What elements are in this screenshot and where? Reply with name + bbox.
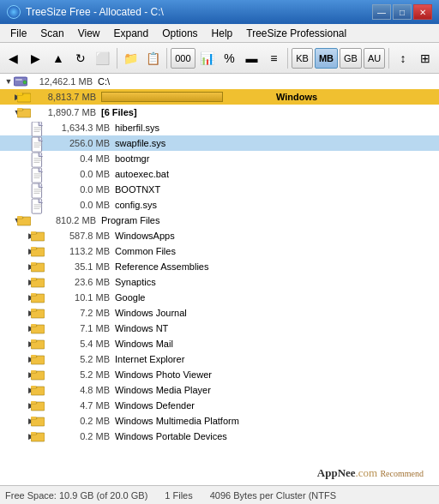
- menu-expand[interactable]: Expand: [107, 26, 156, 40]
- svg-rect-35: [17, 216, 22, 219]
- expand-icon[interactable]: ▶: [0, 90, 17, 104]
- percent-button[interactable]: %: [220, 46, 240, 70]
- expand-icon[interactable]: ▼: [0, 75, 14, 88]
- tree-row[interactable]: ▶ 113.2 MBCommon Files: [0, 243, 439, 259]
- unit-auto-button[interactable]: AU: [364, 48, 385, 69]
- tree-row[interactable]: ▶ 4.8 MBWindows Media Player: [0, 382, 439, 398]
- window-title: TreeSize Free - Allocated - C:\: [26, 6, 164, 18]
- unit-gb-button[interactable]: GB: [340, 48, 362, 69]
- expand-icon[interactable]: ▶: [0, 275, 31, 289]
- stop-button[interactable]: ⬜: [93, 46, 113, 70]
- tree-row[interactable]: ▶ 35.1 MBReference Assemblies: [0, 259, 439, 274]
- maximize-button[interactable]: □: [393, 4, 412, 20]
- sort-asc-button[interactable]: ↕: [393, 46, 413, 70]
- tree-row[interactable]: 0.4 MBbootmgr: [0, 151, 439, 166]
- menu-help[interactable]: Help: [205, 26, 240, 40]
- window-controls: — □ ✕: [372, 4, 432, 20]
- size-label: 0.0 MB: [46, 184, 115, 195]
- size-label: 0.0 MB: [46, 200, 115, 210]
- expand-icon[interactable]: ▼: [0, 213, 17, 227]
- folder-icon: [31, 307, 45, 319]
- tree-row[interactable]: ▶ 7.2 MBWindows Journal: [0, 305, 439, 321]
- tree-row[interactable]: ▼ 810.2 MBProgram Files: [0, 213, 439, 228]
- unit-mb-button[interactable]: MB: [315, 48, 338, 69]
- folder-icon: [31, 430, 45, 442]
- expand-icon[interactable]: ▶: [0, 229, 31, 243]
- unit-kb-button[interactable]: KB: [292, 48, 313, 69]
- expand-icon[interactable]: ▶: [0, 368, 31, 381]
- tree-row[interactable]: 0.0 MBautoexec.bat: [0, 166, 439, 182]
- mode-000-button[interactable]: 000: [171, 48, 195, 69]
- menu-view[interactable]: View: [71, 26, 107, 40]
- tree-row[interactable]: ▶ 0.2 MBWindows Portable Devices: [0, 429, 439, 444]
- chart-button[interactable]: 📊: [197, 46, 218, 70]
- expand-icon[interactable]: ▶: [0, 321, 31, 335]
- expand-icon: [0, 198, 31, 212]
- expand-icon[interactable]: ▶: [0, 244, 31, 258]
- item-name: Windows Multimedia Platform: [115, 416, 436, 426]
- tree-row[interactable]: ▶ 5.2 MBWindows Photo Viewer: [0, 367, 439, 382]
- expand-icon[interactable]: ▶: [0, 352, 31, 366]
- expand-icon[interactable]: ▶: [0, 383, 31, 397]
- size-label: 113.2 MB: [46, 246, 115, 256]
- menu-file[interactable]: File: [3, 26, 33, 40]
- refresh-button[interactable]: ↻: [70, 46, 91, 70]
- open-folder-button[interactable]: 📁: [121, 46, 141, 70]
- tree-row[interactable]: ▶ 4.7 MBWindows Defender: [0, 398, 439, 413]
- tree-row[interactable]: ▼ 12,462.1 MBC:\: [0, 74, 439, 89]
- tree-row[interactable]: ▶ 0.2 MBWindows Multimedia Platform: [0, 413, 439, 429]
- tree-row[interactable]: ▶ 8,813.7 MBWindows: [0, 89, 439, 105]
- tree-row[interactable]: ▶ 587.8 MBWindowsApps: [0, 228, 439, 243]
- tree-row[interactable]: 1,634.3 MBhiberfil.sys: [0, 120, 439, 135]
- tree-row[interactable]: ▶ 5.2 MBInternet Explorer: [0, 351, 439, 367]
- size-label: 0.4 MB: [46, 153, 115, 164]
- tree-row[interactable]: ▶ 5.4 MBWindows Mail: [0, 336, 439, 351]
- minimize-button[interactable]: —: [372, 4, 391, 20]
- menu-scan[interactable]: Scan: [33, 26, 70, 40]
- tree-view[interactable]: ▼ 12,462.1 MBC:\▶ 8,813.7 MBWindows▼ 1,8…: [0, 74, 439, 485]
- tree-row[interactable]: ▼ 1,890.7 MB[6 Files]: [0, 105, 439, 120]
- expand-icon[interactable]: ▶: [0, 399, 31, 412]
- item-name: C:\: [98, 76, 436, 87]
- menu-treesize-pro[interactable]: TreeSize Professional: [239, 26, 353, 40]
- file-icon: [31, 199, 45, 211]
- folder-icon: [31, 369, 45, 381]
- title-bar: TreeSize Free - Allocated - C:\ — □ ✕: [0, 0, 439, 24]
- tree-row[interactable]: ▶ 7.1 MBWindows NT: [0, 321, 439, 336]
- bar-button[interactable]: ▬: [241, 46, 262, 70]
- expand-icon[interactable]: ▶: [0, 306, 31, 320]
- folder-icon: [31, 384, 45, 396]
- tree-row[interactable]: 256.0 MBswapfile.sys: [0, 135, 439, 151]
- up-button[interactable]: ▲: [48, 46, 69, 70]
- toolbar: ◀ ▶ ▲ ↻ ⬜ 📁 📋 000 📊 % ▬ ≡ KB MB GB AU ↕ …: [0, 43, 439, 74]
- folder-icon: [31, 276, 45, 288]
- size-label: 23.6 MB: [46, 277, 115, 287]
- expand-icon[interactable]: ▶: [0, 414, 31, 428]
- status-bar: Free Space: 10.9 GB (of 20.0 GB) 1 Files…: [0, 485, 439, 504]
- size-label: 35.1 MB: [46, 261, 115, 272]
- tree-row[interactable]: ▶ 10.1 MBGoogle: [0, 290, 439, 305]
- svg-rect-50: [31, 293, 36, 296]
- close-button[interactable]: ✕: [413, 4, 432, 20]
- expand-icon[interactable]: ▶: [0, 337, 31, 351]
- expand-icon[interactable]: ▶: [0, 291, 31, 304]
- file-icon: [31, 168, 45, 180]
- expand-icon[interactable]: ▼: [0, 105, 17, 119]
- expand-icon[interactable]: ▶: [0, 429, 31, 443]
- back-button[interactable]: ◀: [3, 46, 24, 70]
- item-name: Windows: [276, 92, 436, 102]
- item-name: Internet Explorer: [115, 354, 436, 364]
- expand-icon[interactable]: ▶: [0, 260, 31, 273]
- sort-button[interactable]: ≡: [263, 46, 284, 70]
- files-count-label: 1 Files: [165, 490, 192, 501]
- menu-options[interactable]: Options: [155, 26, 204, 40]
- file-icon: [31, 122, 45, 134]
- tree-row[interactable]: 0.0 MBBOOTNXT: [0, 182, 439, 197]
- tree-row[interactable]: 0.0 MBconfig.sys: [0, 197, 439, 213]
- copy-button[interactable]: 📋: [142, 46, 163, 70]
- forward-button[interactable]: ▶: [26, 46, 46, 70]
- file-icon: [31, 183, 45, 195]
- tree-row[interactable]: ▶ 23.6 MBSynaptics: [0, 274, 439, 290]
- columns-button[interactable]: ⊞: [415, 46, 436, 70]
- item-name: Google: [115, 292, 436, 303]
